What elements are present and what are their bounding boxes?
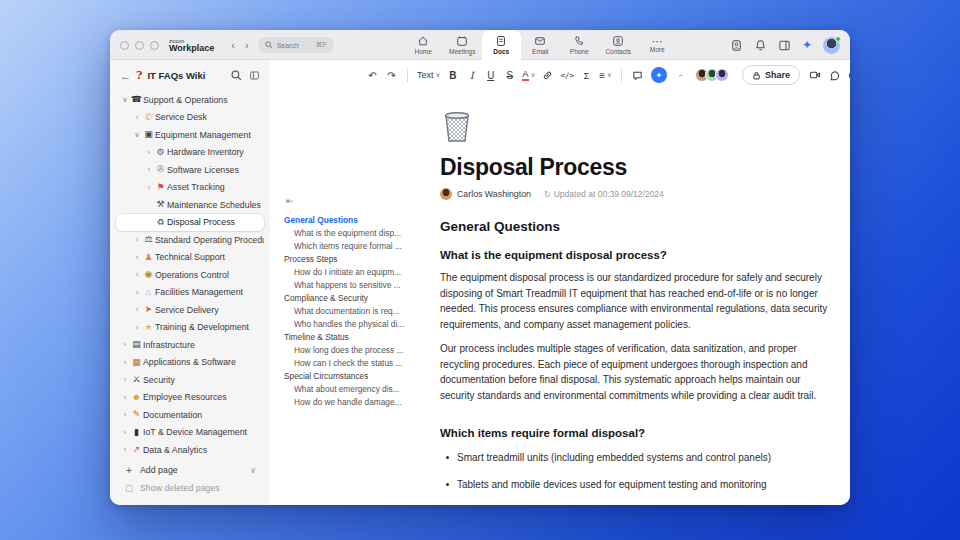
- forward-button[interactable]: ›: [240, 39, 254, 51]
- bullet-item[interactable]: Servers and networking equipment from te…: [440, 504, 832, 505]
- sidebar-back-button[interactable]: ←: [120, 70, 131, 82]
- toc-item[interactable]: What happens to sensitive ...: [284, 278, 428, 291]
- comment-button[interactable]: [629, 66, 646, 84]
- chevron-right-icon[interactable]: ›: [132, 305, 142, 314]
- sidebar-search-icon[interactable]: [231, 70, 242, 81]
- toc-item[interactable]: How do I initiate an equipm...: [284, 265, 428, 278]
- sidebar-item-operations-control[interactable]: ›◉Operations Control: [116, 266, 264, 284]
- sidebar-item-service-delivery[interactable]: ›➤Service Delivery: [116, 301, 264, 319]
- text-style-dropdown[interactable]: Text∨: [415, 66, 442, 84]
- toc-item[interactable]: Timeline & Status: [284, 330, 428, 343]
- strikethrough-button[interactable]: S: [501, 66, 518, 84]
- sidebar-item-technical-support[interactable]: ›♟Technical Support: [116, 249, 264, 267]
- sidebar-item-facilities-management[interactable]: ›⌂Facilities Management: [116, 284, 264, 302]
- chevron-right-icon[interactable]: ›: [120, 428, 130, 437]
- chevron-right-icon[interactable]: ›: [144, 165, 154, 174]
- chevron-right-icon[interactable]: ›: [120, 375, 130, 384]
- tab-docs[interactable]: Docs: [482, 30, 521, 60]
- language-button[interactable]: [845, 66, 850, 84]
- chevron-right-icon[interactable]: ›: [132, 113, 142, 122]
- sidebar-item-standard-operating-procedures[interactable]: ›⚖Standard Operating Procedures: [116, 231, 264, 249]
- ai-companion-button[interactable]: ✦: [651, 67, 667, 83]
- chevron-right-icon[interactable]: ›: [132, 235, 142, 244]
- doc-canvas[interactable]: ⇤ General Questions What is the equipmen…: [270, 90, 850, 505]
- sidebar-item-data-analytics[interactable]: ›↗Data & Analytics: [116, 441, 264, 459]
- undo-button[interactable]: ↶: [364, 66, 381, 84]
- collapse-toolbar-button[interactable]: ›: [672, 66, 689, 84]
- sidebar-item-asset-tracking[interactable]: ›⚑Asset Tracking: [116, 179, 264, 197]
- chevron-down-icon[interactable]: ∨: [132, 130, 142, 139]
- collapse-sidebar-icon[interactable]: [249, 70, 260, 81]
- toc-item[interactable]: General Questions: [284, 213, 428, 226]
- toc-item[interactable]: What about emergency dis...: [284, 382, 428, 395]
- sidebar-item-applications-software[interactable]: ›▦Applications & Software: [116, 354, 264, 372]
- toc-item[interactable]: Process Steps: [284, 252, 428, 265]
- notifications-bell-icon[interactable]: [754, 39, 767, 52]
- collaborator-avatar[interactable]: [715, 68, 729, 82]
- toc-item[interactable]: Who handles the physical di...: [284, 317, 428, 330]
- sidebar-item-software-licenses[interactable]: ›✇Software Licenses: [116, 161, 264, 179]
- formula-button[interactable]: Σ: [578, 66, 595, 84]
- toc-item[interactable]: Compliance & Security: [284, 291, 428, 304]
- tab-meetings[interactable]: Meetings: [443, 30, 482, 60]
- toc-item[interactable]: Which items require formal ...: [284, 239, 428, 252]
- chevron-down-icon[interactable]: ∨: [250, 466, 256, 475]
- chevron-right-icon[interactable]: ›: [132, 288, 142, 297]
- collapse-outline-icon[interactable]: ⇤: [286, 196, 428, 206]
- list-dropdown[interactable]: ≡∨: [597, 66, 614, 84]
- bold-button[interactable]: B: [444, 66, 461, 84]
- share-button[interactable]: Share: [742, 65, 800, 85]
- toc-item[interactable]: What is the equipment disp...: [284, 226, 428, 239]
- page-title[interactable]: Disposal Process: [440, 154, 832, 181]
- tab-phone[interactable]: Phone: [560, 30, 599, 60]
- bullet-item[interactable]: Smart treadmill units (including embedde…: [440, 451, 832, 465]
- user-avatar[interactable]: [823, 37, 840, 54]
- question-heading[interactable]: Which items require formal disposal?: [440, 427, 832, 439]
- sidebar-item-hardware-inventory[interactable]: ›⚙Hardware Inventory: [116, 144, 264, 162]
- chevron-right-icon[interactable]: ›: [120, 393, 130, 402]
- chevron-right-icon[interactable]: ›: [144, 148, 154, 157]
- chevron-right-icon[interactable]: ›: [120, 445, 130, 454]
- ai-companion-icon[interactable]: ✦: [802, 38, 812, 52]
- chevron-down-icon[interactable]: ∨: [120, 95, 130, 104]
- sidebar-item-service-desk[interactable]: ›✆Service Desk: [116, 109, 264, 127]
- toc-item[interactable]: How do we handle damage...: [284, 395, 428, 408]
- sidebar-item-disposal-process[interactable]: ♻Disposal Process: [116, 214, 264, 232]
- profile-card-icon[interactable]: [730, 39, 743, 52]
- toc-item[interactable]: How long does the process ...: [284, 343, 428, 356]
- back-button[interactable]: ‹: [226, 39, 240, 51]
- chevron-right-icon[interactable]: ›: [120, 410, 130, 419]
- underline-button[interactable]: U: [482, 66, 499, 84]
- sidebar-item-equipment-management[interactable]: ∨▣Equipment Management: [116, 126, 264, 144]
- sidebar-item-infrastructure[interactable]: ›▤Infrastructure: [116, 336, 264, 354]
- chevron-right-icon[interactable]: ›: [132, 270, 142, 279]
- bullet-item[interactable]: Tablets and mobile devices used for equi…: [440, 478, 832, 492]
- sidebar-item-support-operations[interactable]: ∨☎Support & Operations: [116, 91, 264, 109]
- sidebar-item-documentation[interactable]: ›✎Documentation: [116, 406, 264, 424]
- chevron-right-icon[interactable]: ›: [132, 323, 142, 332]
- chevron-right-icon[interactable]: ›: [120, 358, 130, 367]
- chevron-right-icon[interactable]: ›: [144, 183, 154, 192]
- text-color-dropdown[interactable]: A∨: [520, 66, 537, 84]
- toc-item[interactable]: How can I check the status ...: [284, 356, 428, 369]
- zoom-window-button[interactable]: [150, 41, 159, 50]
- sidebar-item-maintenance-schedules[interactable]: ⚒Maintenance Schedules: [116, 196, 264, 214]
- close-window-button[interactable]: [120, 41, 129, 50]
- tab-contacts[interactable]: Contacts: [599, 30, 638, 60]
- section-heading[interactable]: General Questions: [440, 219, 832, 234]
- chat-button[interactable]: [826, 66, 843, 84]
- minimize-window-button[interactable]: [135, 41, 144, 50]
- start-video-button[interactable]: [807, 66, 824, 84]
- toc-item[interactable]: Special Circumstances: [284, 369, 428, 382]
- tab-more[interactable]: ⋯ More: [638, 30, 677, 60]
- sidebar-item-training-development[interactable]: ›✭Training & Development: [116, 319, 264, 337]
- tab-home[interactable]: Home: [404, 30, 443, 60]
- question-heading[interactable]: What is the equipment disposal process?: [440, 249, 832, 261]
- global-search-input[interactable]: Search ⌘F: [258, 37, 334, 53]
- toc-item[interactable]: What documentation is req...: [284, 304, 428, 317]
- add-page-button[interactable]: + Add page ∨: [116, 461, 264, 479]
- italic-button[interactable]: I: [463, 66, 480, 84]
- code-button[interactable]: </>: [558, 66, 576, 84]
- show-deleted-pages-button[interactable]: ▢ Show deleted pages: [116, 479, 264, 497]
- redo-button[interactable]: ↷: [383, 66, 400, 84]
